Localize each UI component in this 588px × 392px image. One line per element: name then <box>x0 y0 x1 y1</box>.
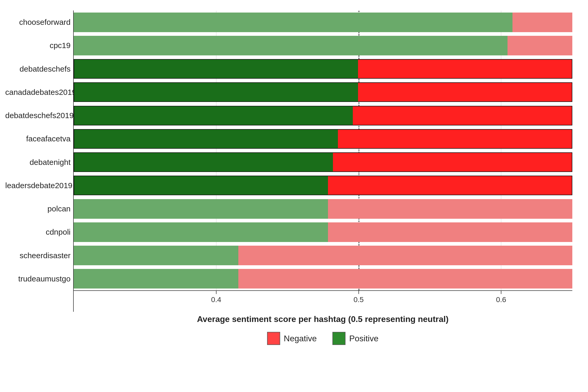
bar-label: chooseforward <box>5 18 71 27</box>
bar-label: debatenight <box>5 158 71 167</box>
bar-segment-positive <box>74 13 512 32</box>
bar-inner <box>74 199 572 219</box>
bar-row: debatdeschefs2019 <box>74 104 572 127</box>
bar-segment-positive <box>74 82 358 102</box>
bar-inner <box>74 13 572 32</box>
bar-segment-positive <box>74 129 338 149</box>
legend-item-positive: Positive <box>332 332 378 345</box>
bar-label: debatdeschefs <box>5 65 71 73</box>
bar-segment-positive <box>74 269 238 289</box>
x-tick-label: 0.4 <box>211 296 221 304</box>
bar-segment-positive <box>74 152 333 172</box>
bar-inner <box>74 269 572 289</box>
bar-inner <box>74 152 572 172</box>
bar-segment-positive <box>74 59 358 79</box>
chart-container: chooseforwardcpc19debatdeschefscanadadeb… <box>0 0 588 392</box>
legend: Negative Positive <box>73 332 572 345</box>
bar-segment-positive <box>74 246 238 265</box>
bar-label: cdnpoli <box>5 228 71 237</box>
legend-box-positive <box>332 332 345 345</box>
x-tick-mark <box>501 291 501 294</box>
bar-row: faceafacetva <box>74 127 572 150</box>
bar-label: leadersdebate2019 <box>5 181 71 190</box>
x-tick-mark <box>358 291 359 294</box>
bar-row: debatdeschefs <box>74 57 572 80</box>
bar-label: faceafacetva <box>5 134 71 143</box>
bar-segment-negative <box>238 246 572 265</box>
bar-segment-positive <box>74 176 328 195</box>
bar-row: canadadebates2019 <box>74 80 572 104</box>
bar-segment-positive <box>74 222 328 242</box>
bar-row: debatenight <box>74 151 572 174</box>
bar-inner <box>74 176 572 195</box>
bar-segment-negative <box>358 82 572 102</box>
bar-segment-negative <box>328 222 572 242</box>
bar-label: trudeaumustgo <box>5 274 71 283</box>
bar-inner <box>74 222 572 242</box>
bar-row: cpc19 <box>74 34 572 57</box>
bar-inner <box>74 246 572 265</box>
bar-inner <box>74 59 572 79</box>
bar-segment-negative <box>338 129 572 149</box>
bar-label: canadadebates2019 <box>5 88 71 97</box>
bar-segment-negative <box>328 176 572 195</box>
bars-area: chooseforwardcpc19debatdeschefscanadadeb… <box>73 10 572 291</box>
bar-row: scheerdisaster <box>74 244 572 267</box>
x-axis: 0.40.50.6 <box>73 291 572 312</box>
bar-segment-negative <box>333 152 572 172</box>
legend-label-negative: Negative <box>284 334 317 343</box>
bar-label: cpc19 <box>5 41 71 50</box>
legend-box-negative <box>267 332 280 345</box>
bar-inner <box>74 129 572 149</box>
bar-segment-negative <box>238 269 572 289</box>
bar-segment-positive <box>74 106 353 125</box>
bar-segment-positive <box>74 36 508 55</box>
x-tick: 0.4 <box>211 291 221 304</box>
x-tick-label: 0.5 <box>354 296 364 304</box>
bar-row: trudeaumustgo <box>74 267 572 290</box>
bar-label: debatdeschefs2019 <box>5 111 71 120</box>
bar-label: scheerdisaster <box>5 251 71 260</box>
bar-row: chooseforward <box>74 10 572 34</box>
bar-inner <box>74 106 572 125</box>
bar-row: polcan <box>74 197 572 220</box>
x-tick-label: 0.6 <box>496 296 506 304</box>
bar-segment-negative <box>353 106 572 125</box>
x-tick: 0.5 <box>354 291 364 304</box>
bar-segment-negative <box>328 199 572 219</box>
bar-label: polcan <box>5 204 71 213</box>
bar-segment-positive <box>74 199 328 219</box>
legend-label-positive: Positive <box>349 334 378 343</box>
bar-segment-negative <box>508 36 572 55</box>
bar-segment-negative <box>512 13 572 32</box>
bar-row: leadersdebate2019 <box>74 174 572 197</box>
bar-inner <box>74 36 572 55</box>
x-tick: 0.6 <box>496 291 506 304</box>
x-axis-title: Average sentiment score per hashtag (0.5… <box>73 314 572 324</box>
bar-row: cdnpoli <box>74 220 572 244</box>
bar-segment-negative <box>358 59 572 79</box>
legend-item-negative: Negative <box>267 332 317 345</box>
x-tick-mark <box>216 291 216 294</box>
bar-inner <box>74 82 572 102</box>
